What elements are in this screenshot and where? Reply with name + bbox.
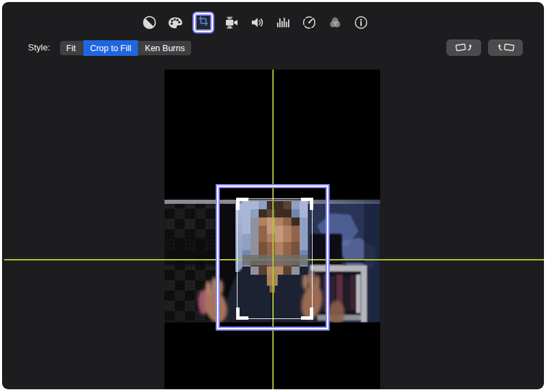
segment-crop-to-fill[interactable]: Crop to Fill: [83, 40, 138, 56]
rotate-counterclockwise-button[interactable]: [446, 40, 481, 56]
crop-rectangle[interactable]: [237, 198, 313, 319]
noise-equalizer-icon[interactable]: [274, 14, 292, 31]
style-label: Style:: [28, 42, 51, 52]
crop-handle-bottom-left[interactable]: [236, 307, 248, 320]
stabilization-camera-icon[interactable]: [222, 14, 240, 31]
info-icon[interactable]: [352, 14, 370, 31]
rotate-clockwise-icon: [495, 42, 516, 55]
segment-fit[interactable]: Fit: [59, 40, 83, 56]
volume-speaker-icon[interactable]: [248, 14, 266, 31]
crop-icon: [197, 14, 210, 31]
rotate-counterclockwise-icon: [454, 42, 474, 55]
color-correction-palette-icon[interactable]: [167, 14, 184, 31]
clip-filter-circles-icon[interactable]: [326, 14, 344, 31]
rotate-clockwise-button[interactable]: [488, 40, 523, 56]
crop-handle-top-right[interactable]: [301, 198, 313, 210]
crop-handle-bottom-right[interactable]: [301, 307, 313, 320]
crop-tool-focus-ring[interactable]: [192, 12, 214, 33]
rotate-button-group: [446, 40, 523, 56]
color-balance-icon[interactable]: [141, 14, 158, 31]
adjustments-panel: Style: Fit Crop to Fill Ken Burns: [2, 2, 544, 389]
app-window: Style: Fit Crop to Fill Ken Burns: [0, 0, 546, 392]
segment-ken-burns[interactable]: Ken Burns: [138, 40, 191, 56]
speed-speedometer-icon[interactable]: [300, 14, 318, 31]
crop-handle-top-left[interactable]: [236, 198, 248, 210]
style-segmented-control: Fit Crop to Fill Ken Burns: [59, 40, 192, 56]
adjustments-toolbar: [141, 11, 370, 34]
